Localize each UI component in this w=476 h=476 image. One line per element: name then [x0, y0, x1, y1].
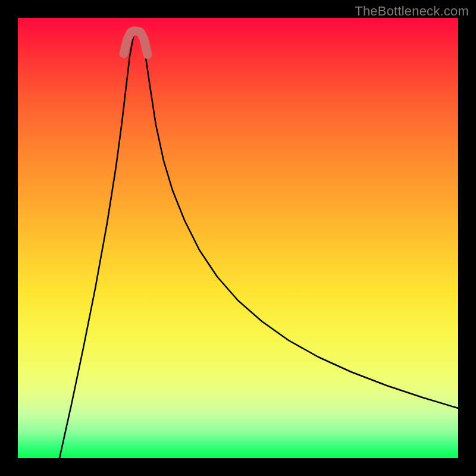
target-notch — [124, 31, 148, 55]
chart-svg — [18, 18, 458, 458]
outer-frame: TheBottleneck.com — [0, 0, 476, 476]
watermark-text: TheBottleneck.com — [355, 4, 469, 19]
bottleneck-curve — [60, 27, 458, 458]
plot-area — [18, 18, 458, 458]
